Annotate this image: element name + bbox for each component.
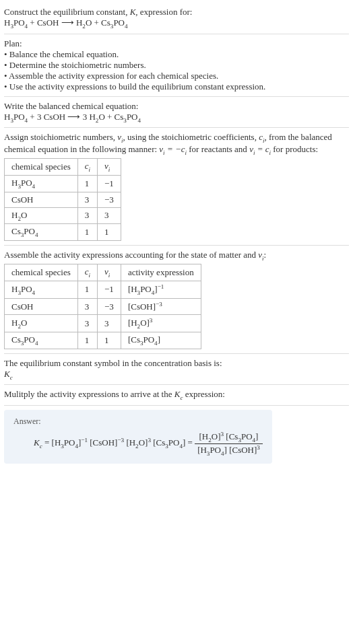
cell-species: H3PO4 — [5, 281, 78, 298]
activity-intro: Assemble the activity expressions accoun… — [4, 250, 349, 262]
cell-ci: 3 — [77, 298, 97, 314]
cell-nui: 1 — [98, 332, 121, 349]
table-row: H2O33[H2O]3 — [5, 315, 201, 332]
cell-activity: [H2O]3 — [121, 315, 201, 332]
col-nui: νi — [98, 159, 121, 176]
cell-ci: 1 — [77, 281, 97, 298]
col-activity: activity expression — [121, 264, 201, 281]
answer-numerator: [H2O]3 [Cs3PO4] — [195, 431, 263, 444]
multiply-text-a: Mulitply the activity expressions to arr… — [4, 389, 174, 399]
intro-text-b: , expression for: — [135, 7, 192, 17]
cell-ci: 1 — [77, 175, 97, 192]
cell-activity: [Cs3PO4] — [121, 332, 201, 349]
answer-section: Answer: Kc = [H3PO4]−1 [CsOH]−3 [H2O]3 [… — [4, 406, 349, 464]
cell-species: Cs3PO4 — [5, 332, 78, 349]
cell-ci: 3 — [77, 207, 97, 224]
col-nui: νi — [98, 264, 121, 281]
table-row: Cs3PO411 — [5, 224, 121, 241]
stoich-text: , using the stoichiometric coefficients, — [123, 132, 259, 142]
table-row: Cs3PO411[Cs3PO4] — [5, 332, 201, 349]
col-ci: ci — [77, 264, 97, 281]
stoich-text: Assign stoichiometric numbers, — [4, 132, 117, 142]
symbol-Kc: Kc — [4, 369, 349, 381]
plan-item: • Use the activity expressions to build … — [4, 81, 349, 92]
table-row: H3PO41−1[H3PO4]−1 — [5, 281, 201, 298]
cell-nui: 3 — [98, 207, 121, 224]
cell-species: Cs3PO4 — [5, 224, 78, 241]
cell-nui: −1 — [98, 281, 121, 298]
table-row: CsOH3−3[CsOH]−3 — [5, 298, 201, 314]
col-species: chemical species — [5, 264, 78, 281]
cell-species: CsOH — [5, 192, 78, 207]
intro-equation: H3PO4 + CsOH ⟶ H2O + Cs3PO4 — [4, 17, 349, 30]
table-header-row: chemical species ci νi — [5, 159, 121, 176]
balanced-title: Write the balanced chemical equation: — [4, 101, 349, 112]
stoich-intro: Assign stoichiometric numbers, νi, using… — [4, 132, 349, 155]
multiply-section: Mulitply the activity expressions to arr… — [4, 385, 349, 406]
cell-nui: 3 — [98, 315, 121, 332]
answer-fraction: [H2O]3 [Cs3PO4] [H3PO4] [CsOH]3 — [195, 431, 263, 457]
intro-section: Construct the equilibrium constant, K, e… — [4, 3, 349, 34]
cell-species: H2O — [5, 207, 78, 224]
plan-item-text: Assemble the activity expression for eac… — [9, 71, 218, 81]
plan-item: • Assemble the activity expression for e… — [4, 71, 349, 81]
cell-species: CsOH — [5, 298, 78, 314]
rel-reactants: νi = −ci — [159, 144, 187, 154]
answer-box: Answer: Kc = [H3PO4]−1 [CsOH]−3 [H2O]3 [… — [4, 410, 272, 464]
plan-section: Plan: • Balance the chemical equation. •… — [4, 34, 349, 97]
nu-symbol: νi — [117, 132, 123, 142]
plan-item: • Balance the chemical equation. — [4, 49, 349, 60]
cell-activity: [CsOH]−3 — [121, 298, 201, 314]
plan-title: Plan: — [4, 38, 349, 49]
balanced-equation: H3PO4 + 3 CsOH ⟶ 3 H2O + Cs3PO4 — [4, 112, 349, 124]
multiply-text-b: expression: — [183, 389, 224, 399]
activity-table: chemical species ci νi activity expressi… — [4, 264, 201, 349]
table-row: H3PO41−1 — [5, 175, 121, 192]
stoich-section: Assign stoichiometric numbers, νi, using… — [4, 128, 349, 246]
cell-ci: 1 — [77, 332, 97, 349]
col-ci: ci — [77, 159, 97, 176]
cell-ci: 3 — [77, 315, 97, 332]
cell-nui: −3 — [98, 298, 121, 314]
cell-nui: −3 — [98, 192, 121, 207]
plan-item-text: Determine the stoichiometric numbers. — [9, 60, 146, 70]
multiply-Kc: Kc — [174, 389, 183, 399]
intro-text-a: Construct the equilibrium constant, — [4, 7, 130, 17]
symbol-section: The equilibrium constant symbol in the c… — [4, 354, 349, 386]
answer-label: Answer: — [13, 417, 263, 427]
table-row: CsOH3−3 — [5, 192, 121, 207]
table-header-row: chemical species ci νi activity expressi… — [5, 264, 201, 281]
stoich-text: for reactants and — [187, 144, 249, 154]
plan-item-text: Balance the chemical equation. — [9, 49, 119, 59]
cell-species: H3PO4 — [5, 175, 78, 192]
symbol-intro: The equilibrium constant symbol in the c… — [4, 358, 349, 369]
col-species: chemical species — [5, 159, 78, 176]
cell-ci: 1 — [77, 224, 97, 241]
cell-nui: 1 — [98, 224, 121, 241]
plan-item-text: Use the activity expressions to build th… — [9, 81, 266, 92]
stoich-text: for products: — [271, 144, 318, 154]
plan-item: • Determine the stoichiometric numbers. — [4, 60, 349, 71]
cell-species: H2O — [5, 315, 78, 332]
cell-ci: 3 — [77, 192, 97, 207]
stoich-table: chemical species ci νi H3PO41−1 CsOH3−3 … — [4, 158, 121, 240]
table-row: H2O33 — [5, 207, 121, 224]
answer-denominator: [H3PO4] [CsOH]3 — [195, 444, 263, 457]
answer-equation: Kc = [H3PO4]−1 [CsOH]−3 [H2O]3 [Cs3PO4] … — [34, 431, 263, 457]
cell-activity: [H3PO4]−1 — [121, 281, 201, 298]
rel-products: νi = ci — [249, 144, 271, 154]
intro-line: Construct the equilibrium constant, K, e… — [4, 7, 349, 17]
balanced-section: Write the balanced chemical equation: H3… — [4, 97, 349, 129]
activity-section: Assemble the activity expressions accoun… — [4, 246, 349, 354]
cell-nui: −1 — [98, 175, 121, 192]
